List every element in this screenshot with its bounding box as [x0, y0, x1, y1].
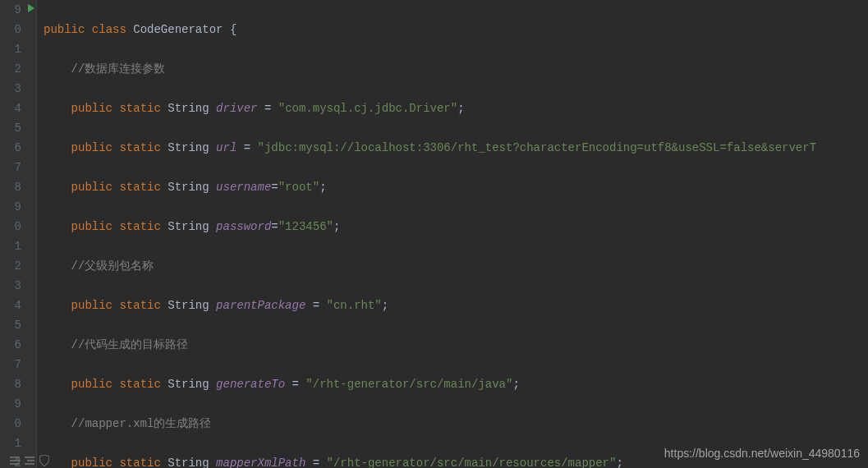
line-number: 3 [15, 82, 21, 95]
line-number: 1 [15, 43, 21, 56]
line-number: 9 [15, 397, 21, 411]
line-number: 6 [15, 338, 21, 351]
svg-rect-4 [27, 460, 34, 461]
line-number: 2 [15, 62, 21, 76]
code-line[interactable]: //数据库连接参数 [44, 59, 868, 79]
line-number: 4 [15, 299, 21, 312]
line-number: 5 [15, 319, 21, 332]
svg-rect-1 [10, 460, 20, 461]
code-line[interactable]: //mapper.xml的生成路径 [44, 414, 868, 434]
code-line[interactable]: //代码生成的目标路径 [44, 335, 868, 355]
line-number: 9 [15, 3, 21, 16]
line-number: 9 [15, 200, 21, 213]
svg-rect-5 [25, 463, 34, 465]
line-number: 1 [15, 240, 21, 253]
svg-rect-2 [10, 463, 20, 465]
line-number: 0 [15, 23, 21, 36]
line-number-gutter: 9 0 1 2 3 4 5 6 7 8 9 0 1 2 3 4 5 6 7 8 … [0, 0, 37, 468]
line-number: 1 [15, 437, 21, 450]
list-icon[interactable] [10, 456, 20, 466]
line-number: 8 [15, 378, 21, 391]
code-line[interactable]: //父级别包名称 [44, 256, 868, 276]
code-line[interactable]: public static String password="123456"; [44, 217, 868, 236]
line-number: 6 [15, 141, 21, 154]
svg-rect-0 [10, 457, 20, 458]
line-number: 8 [15, 181, 21, 194]
watermark-text: https://blog.csdn.net/weixin_44980116 [664, 443, 860, 463]
line-number: 4 [15, 102, 21, 115]
line-number: 0 [15, 220, 21, 233]
line-number: 5 [15, 122, 21, 135]
run-icon[interactable] [28, 4, 34, 12]
line-number: 7 [15, 161, 21, 174]
code-editor-area[interactable]: public class CodeGenerator { //数据库连接参数 p… [37, 0, 868, 468]
code-line[interactable]: public class CodeGenerator { [44, 20, 868, 39]
indent-icon[interactable] [25, 456, 34, 466]
shield-icon[interactable] [39, 455, 49, 466]
line-number: 2 [15, 259, 21, 273]
code-line[interactable]: public static String driver = "com.mysql… [44, 99, 868, 118]
code-line[interactable]: public static String url = "jdbc:mysql:/… [44, 138, 868, 158]
line-number: 0 [15, 417, 21, 430]
code-line[interactable]: public static String username="root"; [44, 177, 868, 197]
code-line[interactable]: public static String generateTo = "/rht-… [44, 374, 868, 394]
code-line[interactable]: public static String parentPackage = "cn… [44, 296, 868, 315]
line-number: 3 [15, 279, 21, 292]
line-number: 7 [15, 358, 21, 371]
svg-rect-3 [25, 457, 34, 458]
status-bar-icons [10, 455, 49, 466]
